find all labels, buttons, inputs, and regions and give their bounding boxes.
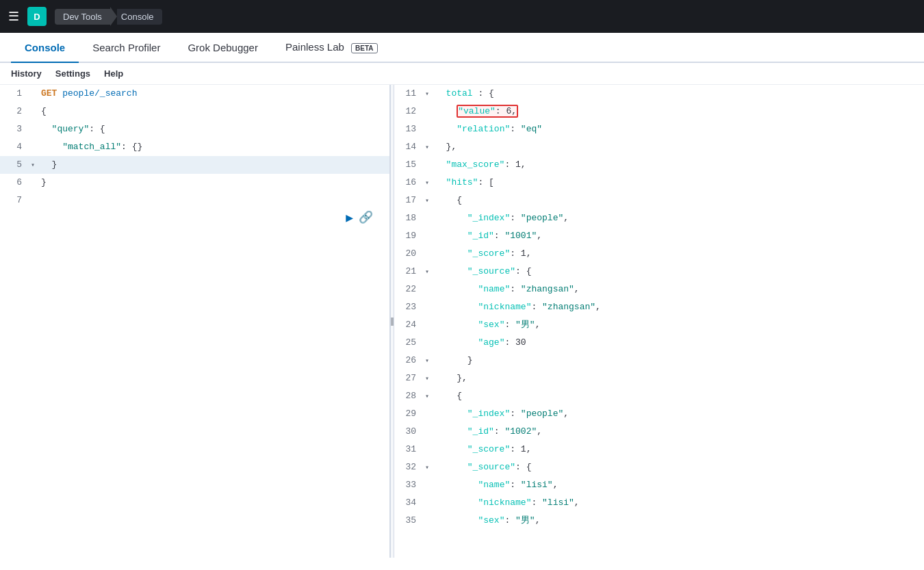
out-content-20: "_score": 1, bbox=[433, 245, 924, 263]
avatar[interactable]: D bbox=[27, 7, 47, 26]
out-linenum-35: 35 bbox=[394, 512, 422, 530]
output-line-19: 19 "_id": "1001", bbox=[394, 227, 924, 245]
out-fold-27[interactable]: ▾ bbox=[422, 370, 433, 387]
out-linenum-16: 16 bbox=[394, 174, 422, 192]
out-linenum-12: 12 bbox=[394, 103, 422, 120]
out-fold-31 bbox=[422, 441, 433, 458]
editor-line-7: 7 bbox=[0, 192, 389, 209]
output-line-20: 20 "_score": 1, bbox=[394, 245, 924, 263]
breadcrumb-console[interactable]: Console bbox=[117, 9, 162, 25]
run-button[interactable]: ▶ bbox=[346, 210, 353, 225]
out-linenum-30: 30 bbox=[394, 423, 422, 441]
out-linenum-11: 11 bbox=[394, 85, 422, 103]
out-fold-17[interactable]: ▾ bbox=[422, 192, 433, 209]
output-line-29: 29 "_index": "people", bbox=[394, 405, 924, 423]
output-line-15: 15 "max_score": 1, bbox=[394, 156, 924, 174]
out-fold-33 bbox=[422, 476, 433, 494]
settings-button[interactable]: Settings bbox=[55, 68, 90, 79]
output-line-35: 35 "sex": "男", bbox=[394, 512, 924, 530]
out-fold-28[interactable]: ▾ bbox=[422, 387, 433, 405]
copy-button[interactable]: 🔗 bbox=[359, 210, 373, 225]
out-fold-13 bbox=[422, 120, 433, 138]
editor-line-3: 3 "query": { bbox=[0, 120, 389, 138]
out-content-12: "value": 6, bbox=[433, 103, 924, 120]
output-line-28: 28 ▾ { bbox=[394, 387, 924, 405]
out-fold-35 bbox=[422, 512, 433, 530]
out-fold-21[interactable]: ▾ bbox=[422, 263, 433, 281]
history-button[interactable]: History bbox=[11, 68, 42, 79]
line-content-3: "query": { bbox=[38, 120, 389, 138]
out-fold-14[interactable]: ▾ bbox=[422, 138, 433, 156]
out-linenum-17: 17 bbox=[394, 192, 422, 209]
out-linenum-26: 26 bbox=[394, 352, 422, 370]
line-number-5: 5 bbox=[0, 156, 27, 174]
out-fold-18 bbox=[422, 209, 433, 227]
output-line-33: 33 "name": "lisi", bbox=[394, 476, 924, 494]
out-fold-16[interactable]: ▾ bbox=[422, 174, 433, 192]
out-content-34: "nickname": "lisi", bbox=[433, 494, 924, 512]
out-fold-25 bbox=[422, 334, 433, 352]
out-linenum-22: 22 bbox=[394, 281, 422, 298]
tab-nav: Console Search Profiler Grok Debugger Pa… bbox=[0, 33, 924, 63]
output-line-34: 34 "nickname": "lisi", bbox=[394, 494, 924, 512]
out-content-22: "name": "zhangsan", bbox=[433, 281, 924, 298]
editor-panel[interactable]: 1 GET people/_search 2 { 3 "query": { 4 … bbox=[0, 85, 390, 558]
tab-grok-debugger[interactable]: Grok Debugger bbox=[174, 34, 272, 63]
hamburger-icon[interactable]: ☰ bbox=[8, 9, 19, 24]
main-layout: 1 GET people/_search 2 { 3 "query": { 4 … bbox=[0, 85, 924, 558]
out-content-25: "age": 30 bbox=[433, 334, 924, 352]
out-content-30: "_id": "1002", bbox=[433, 423, 924, 441]
out-content-27: }, bbox=[433, 370, 924, 387]
out-fold-24 bbox=[422, 316, 433, 334]
out-linenum-31: 31 bbox=[394, 441, 422, 458]
out-linenum-32: 32 bbox=[394, 458, 422, 476]
out-fold-12 bbox=[422, 103, 433, 120]
out-content-18: "_index": "people", bbox=[433, 209, 924, 227]
editor-line-2: 2 { bbox=[0, 103, 389, 120]
out-content-16: "hits": [ bbox=[433, 174, 924, 192]
out-content-14: }, bbox=[433, 138, 924, 156]
tab-search-profiler[interactable]: Search Profiler bbox=[79, 34, 174, 63]
output-line-30: 30 "_id": "1002", bbox=[394, 423, 924, 441]
out-linenum-24: 24 bbox=[394, 316, 422, 334]
editor-actions: ▶ 🔗 bbox=[346, 210, 373, 225]
output-panel[interactable]: 11 ▾ total : { 12 "value": 6, 13 "relati… bbox=[394, 85, 924, 558]
tab-console[interactable]: Console bbox=[11, 34, 79, 63]
out-content-32: "_source": { bbox=[433, 458, 924, 476]
out-content-15: "max_score": 1, bbox=[433, 156, 924, 174]
out-fold-29 bbox=[422, 405, 433, 423]
output-line-12: 12 "value": 6, bbox=[394, 103, 924, 120]
line-number-1: 1 bbox=[0, 85, 27, 103]
line-content-4: "match_all": {} bbox=[38, 138, 389, 156]
out-content-31: "_score": 1, bbox=[433, 441, 924, 458]
out-linenum-34: 34 bbox=[394, 494, 422, 512]
out-fold-11[interactable]: ▾ bbox=[422, 85, 433, 103]
out-linenum-29: 29 bbox=[394, 405, 422, 423]
editor-line-1: 1 GET people/_search bbox=[0, 85, 389, 103]
output-line-18: 18 "_index": "people", bbox=[394, 209, 924, 227]
fold-3 bbox=[27, 120, 38, 138]
out-content-19: "_id": "1001", bbox=[433, 227, 924, 245]
out-content-24: "sex": "男", bbox=[433, 316, 924, 334]
out-content-28: { bbox=[433, 387, 924, 405]
output-line-22: 22 "name": "zhangsan", bbox=[394, 281, 924, 298]
output-line-25: 25 "age": 30 bbox=[394, 334, 924, 352]
fold-5[interactable]: ▾ bbox=[27, 156, 38, 174]
line-number-4: 4 bbox=[0, 138, 27, 156]
output-line-27: 27 ▾ }, bbox=[394, 370, 924, 387]
help-button[interactable]: Help bbox=[104, 68, 123, 79]
fold-7 bbox=[27, 192, 38, 209]
output-line-17: 17 ▾ { bbox=[394, 192, 924, 209]
out-linenum-21: 21 bbox=[394, 263, 422, 281]
out-linenum-14: 14 bbox=[394, 138, 422, 156]
tab-painless-lab[interactable]: Painless Lab BETA bbox=[272, 33, 392, 63]
out-fold-23 bbox=[422, 298, 433, 316]
breadcrumb-devtools[interactable]: Dev Tools bbox=[55, 9, 110, 25]
out-fold-32[interactable]: ▾ bbox=[422, 458, 433, 476]
fold-4 bbox=[27, 138, 38, 156]
out-fold-26[interactable]: ▾ bbox=[422, 352, 433, 370]
output-line-11: 11 ▾ total : { bbox=[394, 85, 924, 103]
breadcrumb-arrow bbox=[110, 7, 117, 26]
beta-badge: BETA bbox=[351, 43, 377, 53]
out-content-33: "name": "lisi", bbox=[433, 476, 924, 494]
